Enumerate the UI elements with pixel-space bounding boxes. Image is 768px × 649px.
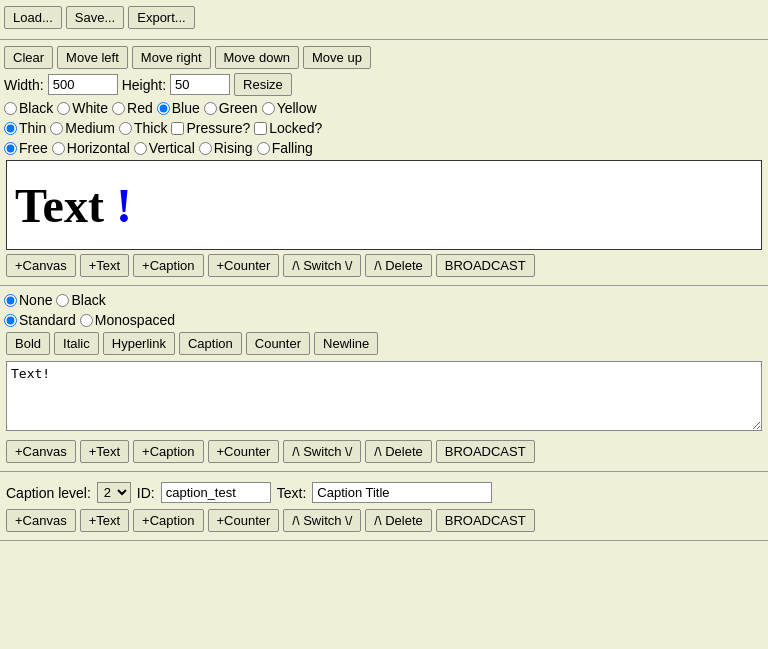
save-button[interactable]: Save... <box>66 6 124 29</box>
action-bar-2: +Canvas +Text +Caption +Counter /\ Switc… <box>6 440 762 463</box>
color-white-radio[interactable] <box>57 102 70 115</box>
switch-button-2[interactable]: /\ Switch \/ <box>283 440 361 463</box>
top-toolbar: Load... Save... Export... <box>0 0 768 40</box>
newline-button[interactable]: Newline <box>314 332 378 355</box>
add-canvas-button-1[interactable]: +Canvas <box>6 254 76 277</box>
delete-button-3[interactable]: /\ Delete <box>365 509 431 532</box>
add-text-button-3[interactable]: +Text <box>80 509 129 532</box>
stroke-thick-radio[interactable] <box>119 122 132 135</box>
add-canvas-button-3[interactable]: +Canvas <box>6 509 76 532</box>
add-caption-button-3[interactable]: +Caption <box>133 509 203 532</box>
stroke-thin-label[interactable]: Thin <box>4 120 46 136</box>
color-white-label[interactable]: White <box>57 100 108 116</box>
bold-button[interactable]: Bold <box>6 332 50 355</box>
caption-level-row: Caption level: 1 2 3 4 ID: Text: <box>4 478 764 507</box>
clear-button[interactable]: Clear <box>4 46 53 69</box>
path-row: Free Horizontal Vertical Rising Falling <box>4 140 764 156</box>
path-horizontal-radio[interactable] <box>52 142 65 155</box>
stroke-thin-radio[interactable] <box>4 122 17 135</box>
switch-button-1[interactable]: /\ Switch \/ <box>283 254 361 277</box>
path-horizontal-label[interactable]: Horizontal <box>52 140 130 156</box>
text-textarea[interactable]: Text! <box>6 361 762 431</box>
color-yellow-radio[interactable] <box>262 102 275 115</box>
switch-button-3[interactable]: /\ Switch \/ <box>283 509 361 532</box>
height-input[interactable] <box>170 74 230 95</box>
color-red-label[interactable]: Red <box>112 100 153 116</box>
canvas-draw-area[interactable]: Text ! <box>6 160 762 250</box>
italic-button[interactable]: Italic <box>54 332 99 355</box>
font-none-radio[interactable] <box>4 294 17 307</box>
path-rising-label[interactable]: Rising <box>199 140 253 156</box>
color-row: Black White Red Blue Green Yellow <box>4 100 764 116</box>
color-green-radio[interactable] <box>204 102 217 115</box>
canvas-section: Clear Move left Move right Move down Mov… <box>0 40 768 286</box>
counter-button[interactable]: Counter <box>246 332 310 355</box>
caption-id-input[interactable] <box>161 482 271 503</box>
color-green-label[interactable]: Green <box>204 100 258 116</box>
caption-level-label: Caption level: <box>6 485 91 501</box>
color-yellow-label[interactable]: Yellow <box>262 100 317 116</box>
delete-button-2[interactable]: /\ Delete <box>365 440 431 463</box>
caption-section: Caption level: 1 2 3 4 ID: Text: +Canvas… <box>0 472 768 541</box>
stroke-thick-label[interactable]: Thick <box>119 120 167 136</box>
dimensions-row: Width: Height: Resize <box>4 73 764 96</box>
resize-button[interactable]: Resize <box>234 73 292 96</box>
font-monospaced-label[interactable]: Monospaced <box>80 312 175 328</box>
color-blue-label[interactable]: Blue <box>157 100 200 116</box>
add-caption-button-2[interactable]: +Caption <box>133 440 203 463</box>
export-button[interactable]: Export... <box>128 6 194 29</box>
broadcast-button-3[interactable]: BROADCAST <box>436 509 535 532</box>
caption-text-input[interactable] <box>312 482 492 503</box>
color-black-radio[interactable] <box>4 102 17 115</box>
path-vertical-radio[interactable] <box>134 142 147 155</box>
action-bar-3: +Canvas +Text +Caption +Counter /\ Switc… <box>6 509 762 532</box>
caption-button[interactable]: Caption <box>179 332 242 355</box>
add-text-button-2[interactable]: +Text <box>80 440 129 463</box>
move-up-button[interactable]: Move up <box>303 46 371 69</box>
add-canvas-button-2[interactable]: +Canvas <box>6 440 76 463</box>
pressure-checkbox[interactable] <box>171 122 184 135</box>
caption-level-select[interactable]: 1 2 3 4 <box>97 482 131 503</box>
canvas-content: Text ! <box>15 178 132 233</box>
broadcast-button-2[interactable]: BROADCAST <box>436 440 535 463</box>
add-counter-button-1[interactable]: +Counter <box>208 254 280 277</box>
stroke-medium-radio[interactable] <box>50 122 63 135</box>
path-falling-label[interactable]: Falling <box>257 140 313 156</box>
add-counter-button-2[interactable]: +Counter <box>208 440 280 463</box>
color-black-label[interactable]: Black <box>4 100 53 116</box>
path-free-label[interactable]: Free <box>4 140 48 156</box>
font-monospaced-radio[interactable] <box>80 314 93 327</box>
height-label: Height: <box>122 77 166 93</box>
width-input[interactable] <box>48 74 118 95</box>
hyperlink-button[interactable]: Hyperlink <box>103 332 175 355</box>
locked-label[interactable]: Locked? <box>254 120 322 136</box>
locked-checkbox[interactable] <box>254 122 267 135</box>
path-free-radio[interactable] <box>4 142 17 155</box>
font-standard-radio[interactable] <box>4 314 17 327</box>
action-bar-1: +Canvas +Text +Caption +Counter /\ Switc… <box>6 254 762 277</box>
load-button[interactable]: Load... <box>4 6 62 29</box>
font-black-label[interactable]: Black <box>56 292 105 308</box>
path-vertical-label[interactable]: Vertical <box>134 140 195 156</box>
delete-button-1[interactable]: /\ Delete <box>365 254 431 277</box>
path-rising-radio[interactable] <box>199 142 212 155</box>
add-counter-button-3[interactable]: +Counter <box>208 509 280 532</box>
path-falling-radio[interactable] <box>257 142 270 155</box>
move-right-button[interactable]: Move right <box>132 46 211 69</box>
font-standard-label[interactable]: Standard <box>4 312 76 328</box>
font-none-label[interactable]: None <box>4 292 52 308</box>
stroke-medium-label[interactable]: Medium <box>50 120 115 136</box>
font-black-radio[interactable] <box>56 294 69 307</box>
color-red-radio[interactable] <box>112 102 125 115</box>
broadcast-button-1[interactable]: BROADCAST <box>436 254 535 277</box>
add-caption-button-1[interactable]: +Caption <box>133 254 203 277</box>
text-section: None Black Standard Monospaced Bold Ital… <box>0 286 768 472</box>
width-label: Width: <box>4 77 44 93</box>
add-text-button-1[interactable]: +Text <box>80 254 129 277</box>
move-toolbar: Clear Move left Move right Move down Mov… <box>4 46 764 69</box>
move-left-button[interactable]: Move left <box>57 46 128 69</box>
color-blue-radio[interactable] <box>157 102 170 115</box>
font-type-row: Standard Monospaced <box>4 312 764 328</box>
move-down-button[interactable]: Move down <box>215 46 299 69</box>
pressure-label[interactable]: Pressure? <box>171 120 250 136</box>
